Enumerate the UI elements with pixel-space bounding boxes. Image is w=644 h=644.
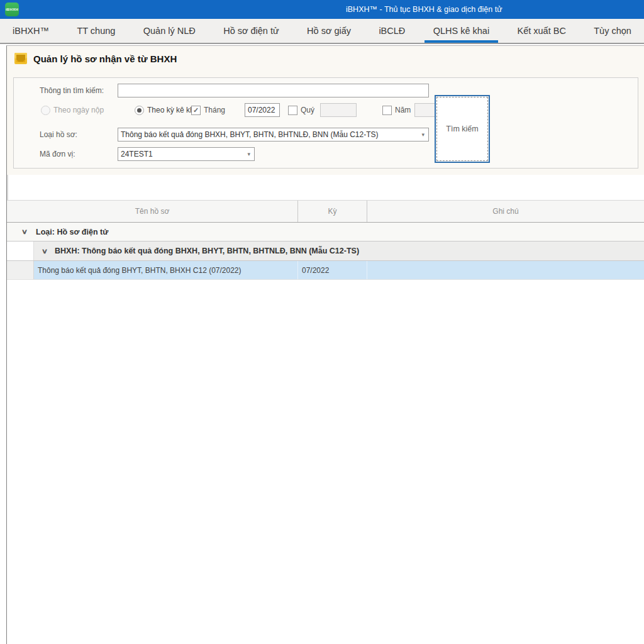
- chevron-down-icon: ▾: [420, 131, 426, 138]
- checkbox-quy[interactable]: ✓ Quý: [288, 103, 314, 117]
- search-section: Thông tin tìm kiếm: Theo ngày nộp Theo k…: [7, 71, 644, 175]
- radio-label: Theo ngày nộp: [53, 106, 104, 114]
- subgroup-body: ∨ BHXH: Thông báo kết quả đóng BHXH, BHY…: [34, 242, 644, 260]
- page-header: Quản lý hồ sơ nhận về từ BHXH: [7, 46, 644, 71]
- group-label: Loại: Hồ sơ điện tử: [36, 228, 108, 236]
- search-button[interactable]: Tìm kiếm: [435, 95, 490, 163]
- row-indicator: [7, 261, 34, 279]
- window-title: iBHXH™ - Thủ tục BHXH & giao dịch điện t…: [346, 0, 502, 19]
- unit-code-label: Mã đơn vị:: [40, 147, 75, 161]
- cell-ten-ho-so[interactable]: Thông báo kết quả đóng BHYT, BHTN, BHXH …: [34, 261, 298, 279]
- menu-item-tuy-chon[interactable]: Tùy chọn: [585, 19, 640, 43]
- menu-item-ho-so-dien-tu[interactable]: Hồ sơ điện tử: [214, 19, 288, 43]
- check-icon: ✓: [193, 107, 199, 114]
- checkbox-box-icon: ✓: [191, 106, 201, 115]
- menu-item-qlhs-ke-khai[interactable]: QLHS kê khai: [425, 19, 498, 43]
- checkbox-label: Tháng: [204, 106, 225, 114]
- grid-header: Tên hồ sơ Kỳ Ghi chú: [7, 200, 644, 223]
- keyword-label: Thông tin tìm kiếm:: [40, 84, 104, 97]
- column-header-ky[interactable]: Kỳ: [298, 201, 367, 222]
- menu-item-tt-chung[interactable]: TT chung: [68, 19, 124, 43]
- doc-type-label: Loại hồ sơ:: [40, 128, 77, 142]
- content-area: Quản lý hồ sơ nhận về từ BHXH Thông tin …: [6, 45, 644, 644]
- radio-circle-icon: [41, 106, 50, 115]
- inbox-tray-icon: [14, 53, 27, 64]
- radio-theo-ngay-nop[interactable]: Theo ngày nộp: [41, 103, 104, 117]
- checkbox-box-icon: ✓: [382, 106, 392, 115]
- checkbox-box-icon: ✓: [288, 106, 297, 115]
- title-bar: iBHXH iBHXH™ - Thủ tục BHXH & giao dịch …: [0, 0, 644, 19]
- chevron-down-icon[interactable]: ∨: [42, 247, 48, 255]
- radio-theo-ky-ke-khai[interactable]: Theo kỳ kê khai: [135, 103, 200, 117]
- chevron-down-icon: ▾: [246, 151, 252, 157]
- menu-item-ibhxh[interactable]: iBHXH™: [4, 19, 58, 43]
- search-button-label: Tìm kiếm: [436, 96, 489, 162]
- month-input[interactable]: [245, 103, 280, 117]
- subgroup-label: BHXH: Thông báo kết quả đóng BHXH, BHYT,…: [55, 247, 359, 255]
- keyword-input[interactable]: [118, 84, 429, 97]
- column-header-ten-ho-so[interactable]: Tên hồ sơ: [7, 201, 298, 222]
- checkbox-thang[interactable]: ✓ Tháng: [191, 103, 225, 117]
- menu-item-ket-xuat-bc[interactable]: Kết xuất BC: [509, 19, 575, 43]
- doc-type-dropdown[interactable]: Thông báo kết quả đóng BHXH, BHYT, BHTN,…: [118, 128, 429, 142]
- menu-bar: iBHXH™ TT chung Quản lý NLĐ Hồ sơ điện t…: [0, 19, 644, 44]
- menu-item-quan-ly-nld[interactable]: Quản lý NLĐ: [135, 19, 204, 43]
- app-logo-icon: iBHXH: [5, 3, 19, 16]
- search-panel: Thông tin tìm kiếm: Theo ngày nộp Theo k…: [13, 77, 638, 169]
- results-grid: Tên hồ sơ Kỳ Ghi chú ∨ Loại: Hồ sơ điện …: [7, 200, 644, 644]
- radio-circle-icon: [135, 106, 144, 115]
- chevron-down-icon[interactable]: ∨: [21, 228, 28, 236]
- table-row[interactable]: Thông báo kết quả đóng BHYT, BHTN, BHXH …: [7, 261, 644, 280]
- unit-code-dropdown[interactable]: 24TEST1 ▾: [118, 147, 255, 161]
- subgroup-indent: [7, 242, 34, 260]
- quarter-input[interactable]: [320, 103, 357, 117]
- subgroup-row-bhxh[interactable]: ∨ BHXH: Thông báo kết quả đóng BHXH, BHY…: [7, 242, 644, 261]
- app-logo-text: iBHXH: [6, 8, 18, 11]
- checkbox-nam[interactable]: ✓ Năm: [382, 103, 411, 117]
- checkbox-label: Năm: [395, 106, 411, 114]
- page-title: Quản lý hồ sơ nhận về từ BHXH: [33, 53, 177, 64]
- unit-code-value: 24TEST1: [121, 150, 246, 158]
- menu-item-ho-so-giay[interactable]: Hồ sơ giấy: [298, 19, 360, 43]
- doc-type-value: Thông báo kết quả đóng BHXH, BHYT, BHTN,…: [121, 130, 420, 139]
- checkbox-label: Quý: [301, 106, 314, 114]
- cell-ghi-chu[interactable]: [367, 261, 644, 279]
- cell-ky[interactable]: 07/2022: [298, 261, 367, 279]
- group-row-loai[interactable]: ∨ Loại: Hồ sơ điện tử: [7, 223, 644, 242]
- column-header-ghi-chu[interactable]: Ghi chú: [367, 201, 644, 222]
- menu-item-ibcld[interactable]: iBCLĐ: [370, 19, 414, 43]
